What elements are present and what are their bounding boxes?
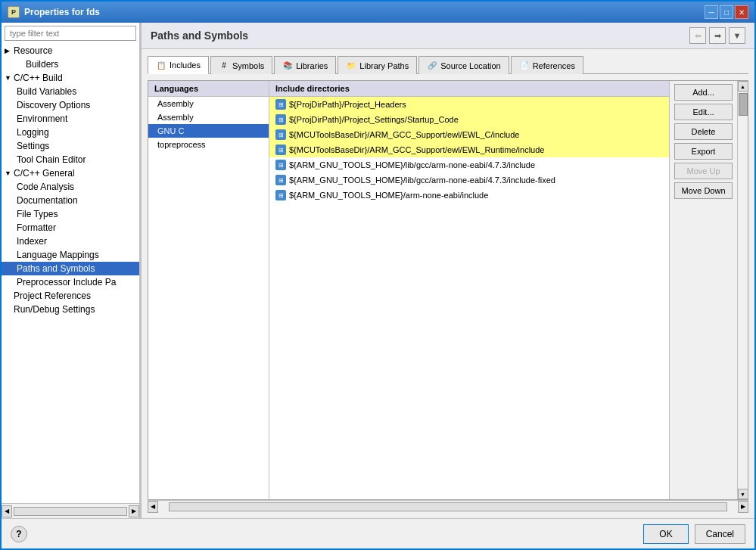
sidebar-item-label: Resource	[14, 45, 52, 56]
dir-item[interactable]: ⊞ ${ARM_GNU_TOOLS_HOME}/lib/gcc/arm-none…	[269, 172, 669, 188]
left-panel: ▶ Resource Builders ▼ C/C++ Build Build …	[2, 23, 140, 518]
dir-item[interactable]: ⊞ ${ProjDirPath}/Project_Settings/Startu…	[269, 112, 669, 127]
nav-forward-button[interactable]: ➡	[709, 27, 726, 44]
sidebar-item-build-variables[interactable]: Build Variables	[2, 85, 139, 98]
language-item-assembly1[interactable]: Assembly	[148, 97, 269, 110]
dir-path: ${MCUToolsBaseDir}/ARM_GCC_Support/ewl/E…	[289, 145, 544, 154]
scroll-left-button[interactable]: ◀	[2, 505, 12, 517]
close-button[interactable]: ✕	[735, 5, 748, 19]
tab-symbols[interactable]: # Symbols	[210, 56, 272, 74]
nav-back-button[interactable]: ⬅	[689, 27, 706, 44]
action-buttons-panel: Add... Edit... Delete Export Move Up Mov…	[669, 81, 737, 499]
ok-button[interactable]: OK	[643, 524, 688, 544]
sidebar-item-file-types[interactable]: File Types	[2, 207, 139, 221]
sidebar-item-cpp-build[interactable]: ▼ C/C++ Build	[2, 71, 139, 85]
edit-button[interactable]: Edit...	[674, 104, 733, 120]
expand-arrow: ▼	[5, 169, 14, 177]
sidebar-item-settings[interactable]: Settings	[2, 139, 139, 153]
sidebar-item-paths-and-symbols[interactable]: Paths and Symbols	[2, 262, 139, 275]
directories-pane: Include directories ⊞ ${ProjDirPath}/Pro…	[269, 81, 669, 499]
dir-item[interactable]: ⊞ ${MCUToolsBaseDir}/ARM_GCC_Support/ewl…	[269, 142, 669, 157]
nav-dropdown-button[interactable]: ▼	[729, 27, 745, 44]
directories-list: ⊞ ${ProjDirPath}/Project_Headers ⊞ ${Pro…	[269, 97, 669, 499]
sidebar-item-toolchain-editor[interactable]: Tool Chain Editor	[2, 153, 139, 166]
tab-library-paths[interactable]: 📁 Library Paths	[338, 56, 417, 74]
delete-button[interactable]: Delete	[674, 123, 733, 140]
sidebar-item-documentation[interactable]: Documentation	[2, 194, 139, 207]
tab-source-location[interactable]: 🔗 Source Location	[418, 56, 509, 74]
library-paths-tab-icon: 📁	[346, 61, 356, 71]
expand-arrow: ▼	[5, 74, 14, 82]
help-button[interactable]: ?	[11, 526, 27, 542]
languages-pane: Languages Assembly Assembly GNU C toprep…	[148, 81, 269, 499]
footer-left: ?	[11, 526, 637, 542]
sidebar-item-language-mappings[interactable]: Language Mappings	[2, 248, 139, 262]
scroll-up-button[interactable]: ▲	[738, 81, 748, 92]
add-button[interactable]: Add...	[674, 84, 733, 101]
sidebar-item-logging[interactable]: Logging	[2, 126, 139, 139]
dir-item[interactable]: ⊞ ${ARM_GNU_TOOLS_HOME}/lib/gcc/arm-none…	[269, 157, 669, 172]
dir-item[interactable]: ⊞ ${ARM_GNU_TOOLS_HOME}/arm-none-eabi/in…	[269, 188, 669, 203]
sidebar-item-preprocessor-include[interactable]: Preprocessor Include Pa	[2, 275, 139, 289]
tab-references[interactable]: 📄 References	[511, 56, 583, 74]
sidebar-item-label: Run/Debug Settings	[14, 304, 95, 315]
sidebar-item-project-references[interactable]: Project References	[2, 289, 139, 303]
dir-item[interactable]: ⊞ ${ProjDirPath}/Project_Headers	[269, 97, 669, 112]
dir-path: ${MCUToolsBaseDir}/ARM_GCC_Support/ewl/E…	[289, 130, 519, 139]
sidebar-item-label: Build Variables	[17, 86, 76, 97]
sidebar-item-label: Preprocessor Include Pa	[17, 277, 116, 287]
vertical-scrollbar[interactable]: ▲ ▼	[737, 81, 748, 499]
sidebar-item-label: Discovery Options	[17, 100, 90, 110]
dir-icon: ⊞	[275, 114, 286, 125]
dir-item[interactable]: ⊞ ${MCUToolsBaseDir}/ARM_GCC_Support/ewl…	[269, 127, 669, 142]
sidebar-item-label: C/C++ Build	[14, 73, 63, 83]
move-down-button[interactable]: Move Down	[674, 182, 733, 199]
tab-libraries[interactable]: 📚 Libraries	[274, 56, 336, 74]
scroll-right-button[interactable]: ▶	[129, 505, 139, 517]
sidebar-item-cpp-general[interactable]: ▼ C/C++ General	[2, 166, 139, 180]
references-tab-icon: 📄	[519, 61, 530, 71]
scroll-thumb[interactable]	[739, 93, 748, 116]
language-item-assembly2[interactable]: Assembly	[148, 110, 269, 124]
sidebar-item-discovery-options[interactable]: Discovery Options	[2, 98, 139, 112]
dir-icon: ⊞	[275, 99, 286, 110]
maximize-button[interactable]: □	[720, 5, 733, 19]
filter-input[interactable]	[5, 26, 136, 41]
move-up-button[interactable]: Move Up	[674, 163, 733, 179]
main-content: Languages Assembly Assembly GNU C toprep…	[148, 80, 748, 500]
language-item-topreprocess[interactable]: topreprocess	[148, 138, 269, 151]
tree-area: ▶ Resource Builders ▼ C/C++ Build Build …	[2, 44, 139, 503]
sidebar-item-label: Code Analysis	[17, 182, 74, 192]
sidebar-item-indexer[interactable]: Indexer	[2, 235, 139, 248]
language-item-gnu-c[interactable]: GNU C	[148, 124, 269, 138]
sidebar-item-resource[interactable]: ▶ Resource	[2, 44, 139, 57]
sidebar-item-label: C/C++ General	[14, 168, 75, 179]
sidebar-item-formatter[interactable]: Formatter	[2, 221, 139, 235]
tab-includes-label: Includes	[170, 61, 201, 70]
languages-header: Languages	[148, 81, 269, 97]
page-title: Paths and Symbols	[151, 30, 248, 42]
minimize-button[interactable]: ─	[705, 5, 718, 19]
dir-path: ${ProjDirPath}/Project_Headers	[289, 100, 406, 109]
hscroll-right-button[interactable]: ▶	[738, 501, 748, 513]
bottom-scroll-area: ◀ ▶	[148, 500, 748, 512]
dir-path: ${ProjDirPath}/Project_Settings/Startup_…	[289, 115, 459, 124]
sidebar-item-label: Formatter	[17, 222, 56, 233]
scroll-down-button[interactable]: ▼	[738, 489, 748, 499]
sidebar-item-environment[interactable]: Environment	[2, 112, 139, 126]
sidebar-item-label: Language Mappings	[17, 250, 99, 260]
cancel-button[interactable]: Cancel	[695, 524, 745, 544]
sidebar-item-run-debug-settings[interactable]: Run/Debug Settings	[2, 303, 139, 316]
left-scrollbar-track[interactable]	[14, 507, 127, 516]
sidebar-item-label: Paths and Symbols	[17, 263, 95, 274]
hscroll-left-button[interactable]: ◀	[148, 501, 158, 513]
dir-icon: ⊞	[275, 129, 286, 140]
sidebar-item-builders[interactable]: Builders	[2, 57, 139, 71]
hscroll-track[interactable]	[169, 502, 727, 511]
tab-includes[interactable]: 📋 Includes	[148, 56, 209, 74]
footer: ? OK Cancel	[2, 518, 754, 548]
export-button[interactable]: Export	[674, 143, 733, 160]
nav-buttons: ⬅ ➡ ▼	[689, 27, 745, 44]
titlebar: P Properties for fds ─ □ ✕	[2, 2, 754, 23]
sidebar-item-code-analysis[interactable]: Code Analysis	[2, 180, 139, 194]
